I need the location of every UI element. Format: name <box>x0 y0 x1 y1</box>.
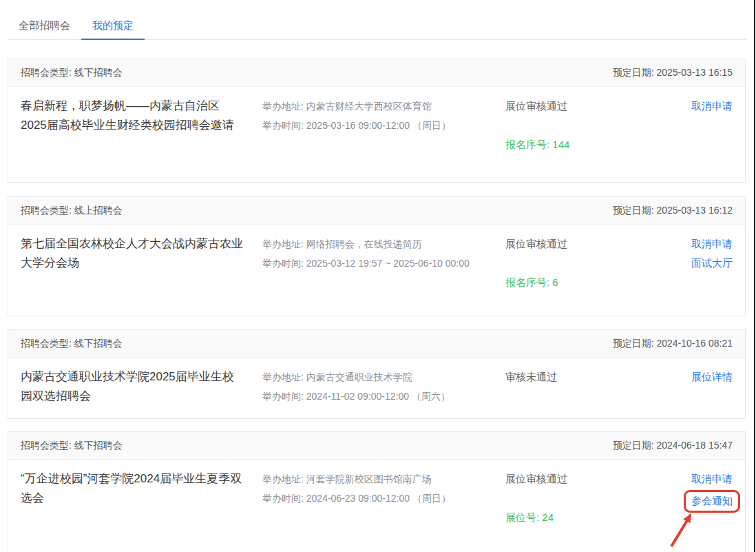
review-status: 审核未通过 <box>505 367 622 387</box>
card-header: 招聘会类型: 线上招聘会 预定日期: 2025-03-13 16:12 <box>8 197 745 225</box>
annotation-highlight-box: 参会通知 <box>684 490 740 513</box>
fair-address: 举办地址: 网络招聘会，在线投递简历 <box>262 234 505 254</box>
actions-column: 取消申请 面试大厅 <box>622 234 733 292</box>
tab-all-job-fairs[interactable]: 全部招聘会 <box>8 19 81 39</box>
card-body: 春启新程，职梦扬帆——内蒙古自治区2025届高校毕业生财经类校园招聘会邀请 举办… <box>8 87 745 154</box>
booking-list-page: 全部招聘会 我的预定 招聘会类型: 线下招聘会 预定日期: 2025-03-13… <box>0 0 756 552</box>
booking-date: 预定日期: 2025-03-13 16:15 <box>613 67 733 79</box>
actions-column: 取消申请 <box>622 96 733 154</box>
fair-title: 内蒙古交通职业技术学院2025届毕业生校园双选招聘会 <box>21 367 262 406</box>
attend-notice-link[interactable]: 参会通知 <box>691 493 733 509</box>
booking-card: 招聘会类型: 线下招聘会 预定日期: 2024-06-18 15:47 “万企进… <box>8 431 746 552</box>
interview-hall-link[interactable]: 面试大厅 <box>622 254 733 273</box>
cancel-apply-link[interactable]: 取消申请 <box>622 469 733 489</box>
status-column: 展位审核通过 报名序号: 6 <box>505 234 622 292</box>
card-body: 内蒙古交通职业技术学院2025届毕业生校园双选招聘会 举办地址: 内蒙古交通职业… <box>8 358 745 406</box>
booth-detail-link[interactable]: 展位详情 <box>622 367 733 387</box>
fair-time: 举办时间: 2025-03-12 19:57 ~ 2025-06-10 00:0… <box>262 254 505 273</box>
booking-date: 预定日期: 2024-06-18 15:47 <box>613 440 733 452</box>
review-status: 展位审核通过 <box>505 469 622 489</box>
fair-time: 举办时间: 2024-11-02 09:00-12:00 （周六） <box>262 387 505 406</box>
booth-number: 展位号: 24 <box>505 508 622 527</box>
booking-card: 招聘会类型: 线上招聘会 预定日期: 2025-03-13 16:12 第七届全… <box>8 196 746 316</box>
card-body: “万企进校园”河套学院2024届毕业生夏季双选会 举办地址: 河套学院新校区图书… <box>8 460 745 527</box>
status-column: 审核未通过 <box>505 367 622 406</box>
booking-date: 预定日期: 2025-03-13 16:12 <box>613 205 733 217</box>
tab-my-bookings[interactable]: 我的预定 <box>81 19 145 39</box>
review-status: 展位审核通过 <box>505 96 622 116</box>
review-status: 展位审核通过 <box>505 234 622 254</box>
fair-title: 第七届全国农林校企人才大会战内蒙古农业大学分会场 <box>21 234 262 292</box>
fair-title: “万企进校园”河套学院2024届毕业生夏季双选会 <box>21 469 262 527</box>
status-column: 展位审核通过 报名序号: 144 <box>505 96 622 154</box>
tab-bar: 全部招聘会 我的预定 <box>8 19 746 40</box>
fair-details: 举办地址: 网络招聘会，在线投递简历 举办时间: 2025-03-12 19:5… <box>262 234 505 292</box>
booking-card: 招聘会类型: 线下招聘会 预定日期: 2024-10-16 08:21 内蒙古交… <box>8 329 746 419</box>
fair-type: 招聘会类型: 线上招聘会 <box>21 205 123 217</box>
booking-card: 招聘会类型: 线下招聘会 预定日期: 2025-03-13 16:15 春启新程… <box>8 59 746 183</box>
fair-details: 举办地址: 河套学院新校区图书馆南广场 举办时间: 2024-06-23 09:… <box>262 469 505 527</box>
cancel-apply-link[interactable]: 取消申请 <box>622 234 733 254</box>
registration-number: 报名序号: 144 <box>505 135 622 154</box>
actions-column: 取消申请 参会通知 <box>622 469 733 527</box>
fair-title: 春启新程，职梦扬帆——内蒙古自治区2025届高校毕业生财经类校园招聘会邀请 <box>21 96 262 154</box>
card-header: 招聘会类型: 线下招聘会 预定日期: 2025-03-13 16:15 <box>8 59 745 87</box>
fair-details: 举办地址: 内蒙古交通职业技术学院 举办时间: 2024-11-02 09:00… <box>262 367 505 406</box>
card-body: 第七届全国农林校企人才大会战内蒙古农业大学分会场 举办地址: 网络招聘会，在线投… <box>8 225 745 292</box>
registration-number: 报名序号: 6 <box>505 273 622 292</box>
fair-address: 举办地址: 河套学院新校区图书馆南广场 <box>262 469 505 489</box>
actions-column: 展位详情 <box>622 367 733 406</box>
cancel-apply-link[interactable]: 取消申请 <box>622 96 733 116</box>
status-column: 展位审核通过 展位号: 24 <box>505 469 622 527</box>
fair-time: 举办时间: 2024-06-23 09:00-12:00 （周日） <box>262 489 505 508</box>
card-header: 招聘会类型: 线下招聘会 预定日期: 2024-06-18 15:47 <box>8 432 745 460</box>
fair-type: 招聘会类型: 线下招聘会 <box>21 67 123 79</box>
fair-type: 招聘会类型: 线下招聘会 <box>21 338 123 350</box>
window-edge <box>754 0 755 552</box>
fair-type: 招聘会类型: 线下招聘会 <box>21 440 123 452</box>
fair-address: 举办地址: 内蒙古交通职业技术学院 <box>262 367 505 387</box>
booking-date: 预定日期: 2024-10-16 08:21 <box>613 338 733 350</box>
card-header: 招聘会类型: 线下招聘会 预定日期: 2024-10-16 08:21 <box>8 330 745 358</box>
fair-details: 举办地址: 内蒙古财经大学西校区体育馆 举办时间: 2025-03-16 09:… <box>262 96 505 154</box>
fair-time: 举办时间: 2025-03-16 09:00-12:00 （周日） <box>262 116 505 135</box>
fair-address: 举办地址: 内蒙古财经大学西校区体育馆 <box>262 96 505 116</box>
